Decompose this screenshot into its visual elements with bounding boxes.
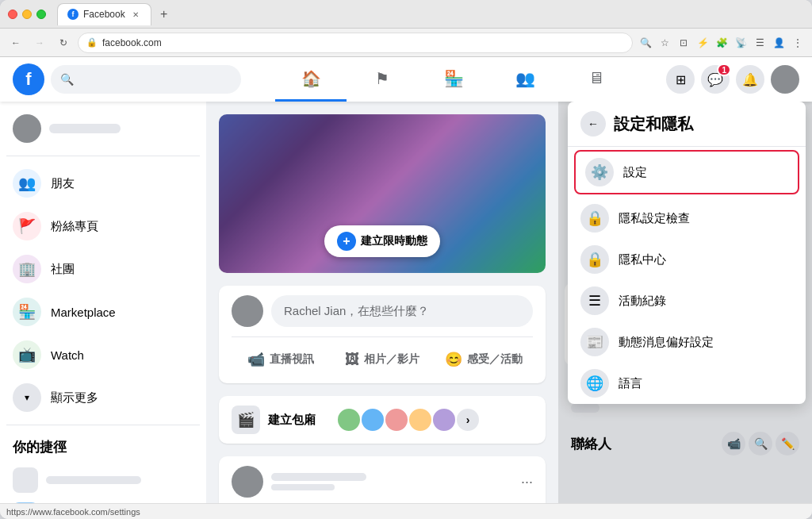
- dropdown-item-language[interactable]: 🌐 語言: [568, 363, 806, 404]
- live-label: 直播視訊: [270, 352, 314, 367]
- nav-flag[interactable]: ⚑: [347, 57, 418, 102]
- photo-video-button[interactable]: 🖼 相片／影片: [333, 345, 431, 374]
- close-button[interactable]: [8, 10, 17, 19]
- list-icon[interactable]: ☰: [752, 35, 768, 51]
- dropdown-title: 設定和隱私: [614, 113, 693, 135]
- user-avatar[interactable]: [771, 65, 799, 94]
- profile-icon[interactable]: 👤: [771, 35, 787, 51]
- sidebar-item-pages[interactable]: 🚩 粉絲專頁: [6, 206, 200, 247]
- new-tab-button[interactable]: +: [155, 5, 174, 24]
- dropdown-header: ← 設定和隱私: [568, 102, 806, 147]
- fb-header-right: ⊞ 💬 1 🔔: [666, 65, 799, 94]
- privacy-center-label: 隱私中心: [619, 252, 666, 267]
- status-bar: https://www.facebook.com/settings: [0, 503, 812, 519]
- chevron-down-icon: ▾: [13, 383, 41, 412]
- photo-icon: 🖼: [345, 352, 359, 368]
- reel-avatar-2: [360, 407, 385, 432]
- dropdown-item-activity[interactable]: ☰ 活動紀錄: [568, 280, 806, 321]
- browser-tab[interactable]: f Facebook ✕: [57, 3, 151, 25]
- forward-button[interactable]: →: [30, 33, 49, 52]
- user-profile-avatar: [13, 114, 41, 143]
- reel-avatars: ›: [336, 407, 481, 432]
- fullscreen-button[interactable]: [36, 10, 46, 19]
- activity-icon: ☰: [580, 286, 609, 315]
- shortcut-item-2[interactable]: [6, 498, 200, 503]
- post-avatar-1: [232, 466, 263, 498]
- live-icon: 📹: [247, 351, 265, 368]
- reel-more: ›: [455, 407, 481, 432]
- create-reel-icon: 🎬: [232, 406, 260, 434]
- sidebar-item-friends[interactable]: 👥 朋友: [6, 163, 200, 204]
- create-story-label: 建立限時動態: [361, 234, 427, 248]
- page-content: f 🔍 🏠 ⚑ 🏪 👥 🖥 ⊞ 💬 1 🔔: [0, 57, 812, 503]
- nav-tv[interactable]: 🖥: [561, 57, 632, 102]
- messenger-button[interactable]: 💬 1: [701, 65, 730, 94]
- photo-label: 相片／影片: [364, 352, 419, 367]
- apps-button[interactable]: ⊞: [666, 65, 695, 94]
- shortcut-item-1[interactable]: [6, 463, 200, 498]
- minimize-button[interactable]: [22, 10, 32, 19]
- nav-home[interactable]: 🏠: [275, 57, 347, 102]
- post-placeholder: Rachel Jian，在想些什麼？: [284, 304, 429, 319]
- zoom-icon[interactable]: 🔍: [638, 35, 653, 51]
- user-profile-item[interactable]: [6, 108, 200, 149]
- shortcuts-section: 你的捷徑: [6, 438, 200, 503]
- feeling-activity-button[interactable]: 😊 感受／活動: [435, 345, 533, 374]
- puzzle-icon[interactable]: 🧩: [714, 35, 730, 51]
- fb-logo[interactable]: f: [13, 63, 44, 95]
- stories-area: + 建立限時動態: [219, 114, 546, 273]
- sidebar-item-marketplace[interactable]: 🏪 Marketplace: [6, 291, 200, 333]
- shortcut-avatar-1: [13, 467, 38, 493]
- dropdown-item-notifications-pref[interactable]: 📰 動態消息偏好設定: [568, 321, 806, 363]
- sidebar-item-watch[interactable]: 📺 Watch: [6, 334, 200, 375]
- post-more-1[interactable]: ···: [521, 474, 533, 490]
- more-icon[interactable]: ⋮: [790, 35, 806, 51]
- refresh-button[interactable]: ↻: [54, 33, 73, 52]
- fb-search-bar[interactable]: 🔍: [51, 65, 241, 94]
- browser-window: f Facebook ✕ + ← → ↻ 🔒 facebook.com 🔍 ☆ …: [0, 0, 812, 519]
- post-user-avatar: [232, 295, 263, 327]
- notifications-button[interactable]: 🔔: [736, 65, 764, 94]
- watch-icon: 📺: [13, 340, 41, 369]
- feeling-label: 感受／活動: [467, 352, 523, 367]
- create-post-card: Rachel Jian，在想些什麼？ 📹 直播視訊 🖼 相片／影片: [219, 286, 546, 383]
- tab-close-button[interactable]: ✕: [130, 9, 141, 20]
- url-text: facebook.com: [102, 37, 162, 48]
- dropdown-item-settings[interactable]: ⚙️ 設定: [574, 150, 799, 194]
- sidebar-divider-mid: [6, 425, 200, 425]
- search-icon: 🔍: [60, 73, 74, 86]
- nav-group[interactable]: 👥: [489, 57, 561, 102]
- main-layout: 👥 朋友 🚩 粉絲專頁 🏢 社團 🏪 Marketplace 📺: [0, 102, 812, 503]
- bookmark-icon[interactable]: ☆: [657, 35, 672, 51]
- show-more-label: 顯示更多: [51, 390, 98, 406]
- post-actions: 📹 直播視訊 🖼 相片／影片 😊 感受／活動: [232, 336, 533, 374]
- post-input-field[interactable]: Rachel Jian，在想些什麼？: [271, 295, 533, 327]
- left-sidebar: 👥 朋友 🚩 粉絲專頁 🏢 社團 🏪 Marketplace 📺: [0, 102, 206, 503]
- create-reel-label: 建立包廂: [268, 413, 316, 428]
- live-video-button[interactable]: 📹 直播視訊: [232, 345, 330, 374]
- dropdown-back-button[interactable]: ←: [580, 111, 606, 136]
- sidebar-item-groups[interactable]: 🏢 社團: [6, 248, 200, 290]
- dropdown-item-privacy-center[interactable]: 🔒 隱私中心: [568, 239, 806, 280]
- language-icon: 🌐: [580, 369, 609, 398]
- status-url: https://www.facebook.com/settings: [6, 507, 140, 517]
- settings-icon: ⚙️: [585, 158, 614, 186]
- shortcut-name-1: [46, 476, 141, 484]
- dropdown-item-privacy-check[interactable]: 🔒 隱私設定檢查: [568, 198, 806, 239]
- sidebar-label-watch: Watch: [51, 348, 84, 362]
- url-bar[interactable]: 🔒 facebook.com: [78, 33, 633, 53]
- show-more-button[interactable]: ▾ 顯示更多: [6, 377, 200, 418]
- extension-icon[interactable]: ⚡: [695, 35, 710, 51]
- post-info-1: [271, 473, 513, 490]
- cast-icon[interactable]: ⊡: [676, 35, 691, 51]
- address-bar: ← → ↻ 🔒 facebook.com 🔍 ☆ ⊡ ⚡ 🧩 📡 ☰ 👤 ⋮: [0, 29, 812, 57]
- settings-dropdown: ← 設定和隱私 ⚙️ 設定 🔒 隱私設定檢查 🔒 隱私中心: [568, 102, 806, 404]
- reel-avatar-3: [384, 407, 409, 432]
- sidebar-label-friends: 朋友: [51, 176, 75, 191]
- sidebar-label-pages: 粉絲專頁: [51, 219, 98, 234]
- create-story-button[interactable]: + 建立限時動態: [324, 225, 440, 257]
- cast2-icon[interactable]: 📡: [733, 35, 749, 51]
- back-button[interactable]: ←: [6, 33, 25, 52]
- fb-header: f 🔍 🏠 ⚑ 🏪 👥 🖥 ⊞ 💬 1 🔔: [0, 57, 812, 102]
- nav-store[interactable]: 🏪: [418, 57, 489, 102]
